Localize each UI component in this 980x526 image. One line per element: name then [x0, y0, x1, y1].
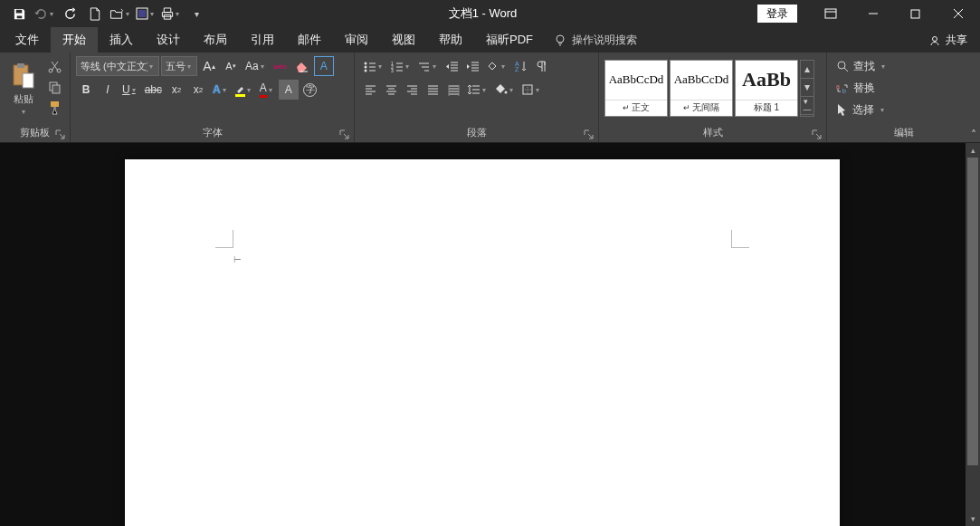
dialog-launcher-icon[interactable]	[811, 129, 823, 140]
asian-layout-icon[interactable]: ▾	[483, 56, 509, 76]
character-border-icon[interactable]: A	[314, 56, 334, 76]
svg-rect-1	[138, 10, 146, 17]
tell-me-search[interactable]: 操作说明搜索	[545, 27, 646, 53]
select-object-icon[interactable]: ▾	[134, 2, 157, 25]
collapse-ribbon-icon[interactable]: ˄	[971, 129, 976, 141]
share-button[interactable]: 共享	[917, 27, 980, 53]
tab-review[interactable]: 审阅	[333, 27, 380, 53]
gallery-up-icon[interactable]: ▴	[801, 61, 813, 79]
print-icon[interactable]: ▾	[159, 2, 183, 25]
enclose-characters-icon[interactable]: 字	[300, 80, 320, 100]
phonetic-guide-icon[interactable]: wén	[271, 56, 290, 76]
format-painter-icon[interactable]	[44, 98, 64, 118]
vertical-scrollbar[interactable]: ▴ ▾	[966, 143, 980, 526]
increase-indent-icon[interactable]	[462, 56, 482, 76]
underline-icon[interactable]: U▾	[119, 80, 140, 100]
find-button[interactable]: 查找▾	[833, 56, 890, 76]
bold-icon[interactable]: B	[76, 80, 96, 100]
font-color-icon[interactable]: A▾	[257, 80, 277, 100]
scroll-down-icon[interactable]: ▾	[966, 512, 980, 526]
style-preview-text: AaBb	[736, 61, 797, 100]
decrease-indent-icon[interactable]	[442, 56, 461, 76]
bullets-icon[interactable]: ▾	[360, 56, 386, 76]
document-viewport[interactable]: ⊢	[0, 143, 966, 526]
align-left-icon[interactable]	[360, 80, 380, 100]
save-icon[interactable]	[7, 2, 31, 25]
close-icon[interactable]	[937, 0, 978, 27]
lightbulb-icon	[554, 33, 566, 46]
shading-icon[interactable]: ▾	[491, 80, 518, 100]
style-normal[interactable]: AaBbCcDd ↵正文	[604, 60, 668, 117]
title-right-controls: 登录	[757, 0, 980, 27]
scroll-thumb[interactable]	[967, 158, 978, 465]
quick-access-toolbar: ▾ ▾ ▾ ▾ ▾	[0, 2, 208, 25]
tab-help[interactable]: 帮助	[427, 27, 474, 53]
tell-me-label: 操作说明搜索	[572, 33, 637, 48]
paste-button[interactable]: 粘贴 ▾	[5, 56, 41, 121]
gallery-down-icon[interactable]: ▾	[801, 79, 813, 97]
tab-foxit[interactable]: 福昕PDF	[474, 27, 545, 53]
svg-rect-13	[51, 101, 59, 107]
text-effects-icon[interactable]: A▾	[210, 80, 231, 100]
grow-font-icon[interactable]: A▴	[199, 56, 219, 76]
tab-view[interactable]: 视图	[380, 27, 427, 53]
style-heading1[interactable]: AaBb 标题 1	[735, 60, 798, 117]
show-marks-icon[interactable]	[531, 56, 551, 76]
character-shading-icon[interactable]: A	[279, 80, 299, 100]
tab-mailings[interactable]: 邮件	[286, 27, 333, 53]
text-cursor: ⊢	[233, 254, 242, 264]
gallery-more-icon[interactable]: ▾—	[801, 97, 813, 115]
undo-icon[interactable]: ▾	[33, 2, 56, 25]
new-doc-icon[interactable]	[83, 2, 107, 25]
ribbon: 粘贴 ▾ 剪贴板 等线 (中文正文)▾ 五号▾ A▴ A▾ Aa▾ wén A	[0, 53, 980, 143]
font-name-combo[interactable]: 等线 (中文正文)▾	[76, 56, 159, 76]
style-no-spacing[interactable]: AaBbCcDd ↵无间隔	[670, 60, 733, 117]
change-case-icon[interactable]: Aa▾	[243, 56, 269, 76]
tab-design[interactable]: 设计	[145, 27, 192, 53]
clear-formatting-icon[interactable]	[292, 56, 312, 76]
scroll-up-icon[interactable]: ▴	[966, 143, 980, 158]
group-styles: AaBbCcDd ↵正文 AaBbCcDd ↵无间隔 AaBb 标题 1 ▴ ▾…	[599, 53, 827, 142]
tab-layout[interactable]: 布局	[192, 27, 239, 53]
minimize-icon[interactable]	[852, 0, 893, 27]
margin-corner-tl	[215, 230, 233, 248]
borders-icon[interactable]: ▾	[519, 80, 544, 100]
styles-group-label: 样式	[599, 126, 826, 142]
highlight-icon[interactable]: ▾	[233, 80, 255, 100]
numbering-icon[interactable]: 123▾	[387, 56, 414, 76]
line-spacing-icon[interactable]: ▾	[464, 80, 490, 100]
copy-icon[interactable]	[44, 77, 64, 97]
font-size-combo[interactable]: 五号▾	[161, 56, 197, 76]
strikethrough-icon[interactable]: abc	[142, 80, 165, 100]
redo-icon[interactable]	[58, 2, 81, 25]
ribbon-display-icon[interactable]	[810, 0, 851, 27]
dialog-launcher-icon[interactable]	[338, 129, 350, 140]
sort-icon[interactable]: AZ	[510, 56, 530, 76]
distribute-icon[interactable]	[443, 80, 463, 100]
login-button[interactable]: 登录	[757, 5, 797, 23]
cut-icon[interactable]	[44, 56, 64, 76]
align-center-icon[interactable]	[381, 80, 401, 100]
dialog-launcher-icon[interactable]	[583, 129, 595, 140]
group-clipboard: 粘贴 ▾ 剪贴板	[0, 53, 71, 142]
select-button[interactable]: 选择▾	[833, 100, 890, 120]
shrink-font-icon[interactable]: A▾	[221, 56, 241, 76]
open-icon[interactable]: ▾	[109, 2, 132, 25]
qat-customize-icon[interactable]: ▾	[185, 2, 208, 25]
svg-rect-12	[52, 85, 60, 93]
multilevel-list-icon[interactable]: ▾	[414, 56, 441, 76]
tab-file[interactable]: 文件	[4, 27, 51, 53]
maximize-icon[interactable]	[895, 0, 936, 27]
dialog-launcher-icon[interactable]	[54, 129, 66, 140]
tab-insert[interactable]: 插入	[98, 27, 145, 53]
italic-icon[interactable]: I	[98, 80, 118, 100]
tab-home[interactable]: 开始	[51, 27, 98, 53]
justify-icon[interactable]	[423, 80, 442, 100]
align-right-icon[interactable]	[402, 80, 422, 100]
document-page[interactable]: ⊢	[125, 159, 840, 526]
svg-rect-2	[825, 9, 836, 18]
replace-button[interactable]: ab 替换	[833, 78, 890, 98]
subscript-icon[interactable]: x2	[167, 80, 186, 100]
tab-references[interactable]: 引用	[239, 27, 286, 53]
superscript-icon[interactable]: x2	[188, 80, 208, 100]
